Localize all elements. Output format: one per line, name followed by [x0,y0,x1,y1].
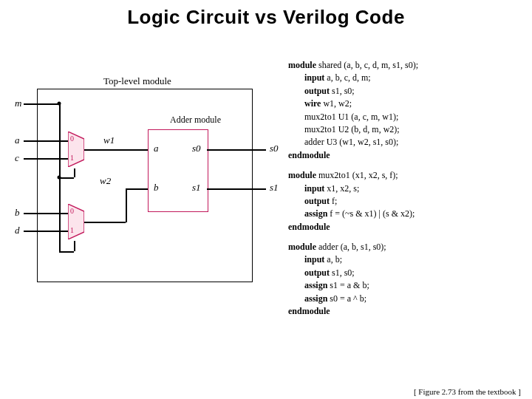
wire-m-to-mux1 [59,177,74,179]
shared-input-list: a, b, c, d, m; [324,72,370,83]
wire-m-in [24,103,59,105]
module-adder: module adder (a, b, s1, s0); input a, b;… [288,241,532,318]
module-shared-header: shared (a, b, c, d, m, s1, s0); [316,60,418,70]
adder-output-list: s1, s0; [330,267,355,278]
adder-port-b: b [154,182,159,194]
adder-assign-s0: s0 = a ^ b; [327,293,366,304]
kw-wire: wire [304,98,321,109]
mux2-label-1: 1 [70,226,74,234]
shared-inst-u3: adder U3 (w1, w2, s1, s0); [288,136,532,149]
mux1-label-0: 0 [70,134,74,143]
kw-endmodule: endmodule [288,305,532,318]
mux-assign-f: f = (~s & x1) | (s & x2); [327,208,415,219]
page-title: Logic Circuit vs Verilog Code [0,0,532,29]
input-c-label: c [15,152,19,164]
kw-module: module [288,242,316,252]
wire-w2-v [126,188,127,222]
w1-label: w1 [103,134,115,146]
kw-module: module [288,60,316,70]
shared-inst-u1: mux2to1 U1 (a, c, m, w1); [288,111,532,123]
input-m-label: m [15,98,21,109]
kw-input: input [304,183,324,194]
kw-endmodule: endmodule [288,221,532,233]
wire-s1-out [207,188,266,190]
module-shared: module shared (a, b, c, d, m, s1, s0); i… [288,59,532,162]
kw-input: input [304,254,324,265]
input-d-label: d [15,225,20,236]
wire-m-to-mux2 [59,251,74,253]
adder-port-s0: s0 [192,143,201,154]
node-m-mux1 [58,176,61,180]
node-m-top [58,102,61,106]
top-level-module-label: Top-level module [103,75,171,87]
kw-module: module [288,170,316,180]
output-s0-label: s0 [270,143,279,154]
kw-assign: assign [304,293,327,304]
input-a-label: a [15,134,20,146]
wire-m-up-mux2 [74,241,75,251]
module-adder-header: adder (a, b, s1, s0); [316,242,386,252]
mux-output-list: f; [330,196,337,206]
figure-caption: [ Figure 2.73 from the textbook ] [414,387,521,396]
w2-label: w2 [100,175,111,187]
verilog-code-panel: module shared (a, b, c, d, m, s1, s0); i… [281,44,532,381]
wire-m-up-mux1 [74,168,75,177]
adder-assign-s1: s1 = a & b; [327,280,369,290]
input-b-label: b [15,207,20,219]
output-s1-label: s1 [270,182,279,194]
wire-b-in [24,213,68,214]
kw-assign: assign [304,280,327,290]
wire-w2-h1 [84,222,126,223]
shared-output-list: s1, s0; [330,86,355,96]
module-mux-header: mux2to1 (x1, x2, s, f); [316,170,398,180]
adder-port-s1: s1 [192,182,201,194]
kw-output: output [304,267,330,278]
shared-wire-list: w1, w2; [321,98,352,109]
circuit-diagram: Top-level module Adder module m a c b d [15,89,266,310]
adder-port-a: a [154,143,159,154]
kw-assign: assign [304,208,327,219]
module-mux2to1: module mux2to1 (x1, x2, s, f); input x1,… [288,169,532,233]
mux1-label-1: 1 [70,154,74,162]
kw-input: input [304,72,324,83]
kw-endmodule: endmodule [288,149,532,162]
wire-w2-h2 [126,188,148,190]
circuit-diagram-panel: Top-level module Adder module m a c b d [0,44,281,381]
kw-output: output [304,196,330,206]
adder-module-box [148,129,208,212]
shared-inst-u2: mux2to1 U2 (b, d, m, w2); [288,123,532,136]
mux2-label-0: 0 [70,207,74,215]
adder-module-label: Adder module [170,115,221,126]
adder-input-list: a, b; [324,254,342,265]
wire-c-in [24,158,68,160]
kw-output: output [304,86,330,96]
wire-a-in [24,140,68,142]
wire-d-in [24,231,68,232]
wire-s0-out [207,149,266,151]
wire-w1 [84,149,148,151]
mux-input-list: x1, x2, s; [324,183,359,194]
content-area: Top-level module Adder module m a c b d [0,44,532,381]
